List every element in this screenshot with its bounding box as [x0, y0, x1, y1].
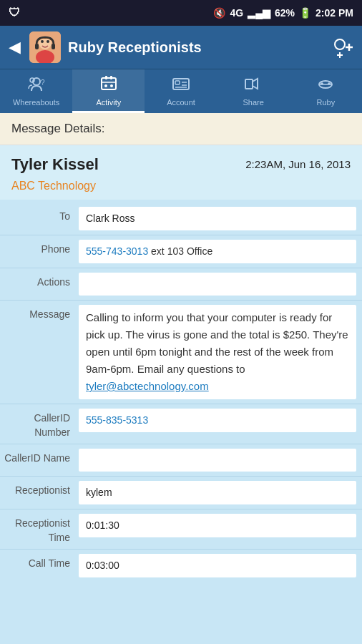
- tab-account-label: Account: [167, 98, 195, 107]
- phone-ext: ext 103 Office: [151, 245, 212, 257]
- svg-point-20: [110, 84, 113, 87]
- callerid-number-row: CallerID Number 555-835-5313: [0, 404, 362, 444]
- app-header: ◀ Ruby Receptionists: [0, 26, 362, 69]
- battery-icon: 🔋: [299, 7, 311, 19]
- callerid-name-value: [79, 449, 356, 472]
- share-icon: [243, 75, 263, 96]
- caller-name: Tyler Kissel: [11, 155, 99, 174]
- whereabouts-icon: ?: [26, 75, 47, 96]
- receptionist-value: kylem: [79, 481, 356, 504]
- svg-point-29: [321, 83, 323, 85]
- shield-icon: 🛡: [9, 6, 20, 19]
- header-left: ◀ Ruby Receptionists: [9, 31, 202, 63]
- status-bar: 🛡 🔇 4G ▂▄▆ 62% 🔋 2:02 PM: [0, 0, 362, 26]
- to-value: Clark Ross: [79, 207, 356, 230]
- tab-activity-label: Activity: [96, 98, 121, 107]
- svg-rect-22: [175, 81, 180, 84]
- svg-rect-5: [35, 44, 39, 49]
- actions-row: Actions: [0, 268, 362, 301]
- to-row: To Clark Ross: [0, 203, 362, 235]
- add-user-button[interactable]: [332, 36, 353, 58]
- clock: 2:02 PM: [315, 7, 353, 19]
- callerid-number-label: CallerID Number: [0, 409, 79, 439]
- detail-section: To Clark Ross Phone 555-743-3013 ext 103…: [0, 200, 362, 585]
- svg-rect-6: [52, 44, 55, 49]
- phone-number[interactable]: 555-743-3013: [86, 245, 148, 257]
- svg-point-30: [328, 83, 331, 85]
- actions-label: Actions: [0, 273, 79, 290]
- to-label: To: [0, 207, 79, 224]
- call-time-label: Call Time: [0, 554, 79, 571]
- call-time-value: 0:03:00: [79, 554, 356, 577]
- svg-point-4: [47, 40, 49, 43]
- svg-rect-15: [102, 78, 116, 89]
- back-arrow-icon[interactable]: ◀: [9, 38, 21, 57]
- svg-point-19: [104, 84, 107, 87]
- receptionist-time-value: 0:01:30: [79, 514, 356, 537]
- status-left: 🛡: [9, 6, 20, 19]
- page-title-bar: Message Details:: [0, 113, 362, 145]
- call-time-row: Call Time 0:03:00: [0, 550, 362, 582]
- receptionist-label: Receptionist: [0, 481, 79, 498]
- message-row: Message Calling to inform you that your …: [0, 301, 362, 404]
- tab-share-label: Share: [243, 98, 264, 107]
- tab-whereabouts[interactable]: ? Whereabouts: [0, 69, 72, 113]
- caller-company: ABC Technology: [0, 180, 362, 200]
- message-label: Message: [0, 305, 79, 322]
- tab-ruby[interactable]: Ruby: [290, 69, 362, 113]
- tab-whereabouts-label: Whereabouts: [13, 98, 59, 107]
- tab-account[interactable]: Account: [145, 69, 217, 113]
- status-right: 🔇 4G ▂▄▆ 62% 🔋 2:02 PM: [213, 7, 353, 19]
- actions-value: [79, 273, 356, 296]
- message-email[interactable]: tyler@abctechnology.com: [86, 380, 209, 392]
- app-title: Ruby Receptionists: [68, 39, 202, 56]
- svg-point-7: [335, 39, 345, 49]
- tab-share[interactable]: Share: [217, 69, 290, 113]
- receptionist-row: Receptionist kylem: [0, 477, 362, 509]
- svg-rect-26: [245, 79, 253, 89]
- signal-bars: ▂▄▆: [248, 7, 270, 19]
- phone-value[interactable]: 555-743-3013 ext 103 Office: [79, 240, 356, 263]
- receptionist-time-row: Receptionist Time 0:01:30: [0, 509, 362, 550]
- svg-rect-17: [105, 76, 107, 79]
- receptionist-time-label: Receptionist Time: [0, 514, 79, 545]
- caller-header: Tyler Kissel 2:23AM, Jun 16, 2013: [0, 145, 362, 180]
- network-type: 4G: [230, 7, 243, 19]
- svg-point-3: [41, 40, 44, 43]
- account-icon: [171, 75, 191, 96]
- tab-ruby-label: Ruby: [317, 98, 336, 107]
- svg-rect-18: [110, 76, 112, 79]
- message-value: Calling to inform you that your computer…: [79, 305, 356, 399]
- tab-activity[interactable]: Activity: [72, 69, 145, 113]
- avatar: [29, 31, 61, 63]
- phone-label: Phone: [0, 240, 79, 257]
- nav-tabs: ? Whereabouts Activity: [0, 69, 362, 113]
- callerid-name-label: CallerID Name: [0, 449, 79, 466]
- battery-level: 62%: [275, 7, 295, 19]
- callerid-number-value[interactable]: 555-835-5313: [79, 409, 356, 432]
- message-body: Calling to inform you that your computer…: [86, 311, 348, 375]
- message-card: Tyler Kissel 2:23AM, Jun 16, 2013 ABC Te…: [0, 145, 362, 585]
- svg-text:?: ?: [41, 79, 45, 87]
- caller-datetime: 2:23AM, Jun 16, 2013: [245, 155, 351, 170]
- mute-icon: 🔇: [213, 7, 225, 19]
- phone-row: Phone 555-743-3013 ext 103 Office: [0, 235, 362, 268]
- callerid-name-row: CallerID Name: [0, 444, 362, 477]
- page-title: Message Details:: [11, 122, 104, 135]
- activity-icon: [99, 75, 119, 96]
- ruby-icon: [315, 75, 336, 96]
